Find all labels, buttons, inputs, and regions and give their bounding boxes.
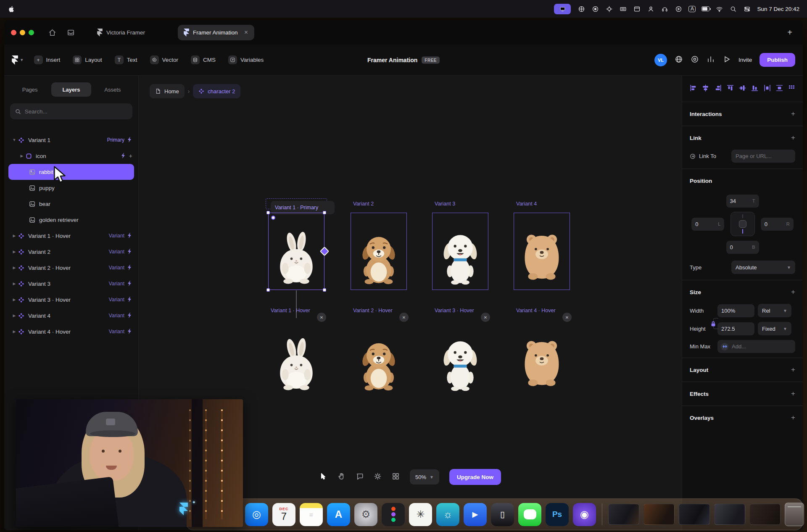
menubar-clock[interactable]: Sun 7 Dec 20:42 — [757, 6, 799, 12]
publish-web-icon[interactable] — [675, 55, 683, 65]
layer-bear[interactable]: bear — [4, 196, 138, 212]
user-status-icon[interactable] — [647, 5, 655, 13]
screen-mirroring-active-icon[interactable] — [554, 4, 571, 14]
wifi-icon[interactable] — [715, 5, 723, 13]
height-unit-select[interactable]: Fixed▼ — [758, 322, 791, 335]
new-tab-button[interactable]: + — [783, 28, 796, 37]
position-anchor-widget[interactable] — [731, 212, 755, 236]
width-unit-select[interactable]: Rel▼ — [758, 304, 791, 317]
trash-icon[interactable] — [785, 503, 804, 526]
height-input[interactable] — [717, 322, 754, 335]
pan-tool[interactable] — [338, 472, 345, 482]
add-interaction-button[interactable]: + — [791, 110, 795, 118]
window-thumbnail[interactable] — [679, 504, 710, 525]
tab-assets[interactable]: Assets — [93, 82, 132, 97]
layer-variant-1[interactable]: ▼ Variant 1 Primary — [4, 132, 138, 148]
settings-status-icon[interactable] — [605, 5, 613, 13]
dock-calendar-icon[interactable]: DEC 7 — [272, 503, 295, 526]
user-avatar[interactable]: VL — [654, 54, 667, 66]
layer-variant-1-hover[interactable]: ▶ Variant 1 · Hover Variant — [4, 228, 138, 244]
anchor-handle[interactable] — [739, 220, 746, 228]
add-link-button[interactable]: + — [791, 134, 795, 142]
position-top-input[interactable]: T — [726, 195, 759, 208]
home-button[interactable] — [45, 25, 59, 40]
layer-rabbit[interactable]: rabbit — [8, 164, 134, 180]
variant-card-label[interactable]: Variant 3 — [435, 201, 455, 207]
window-thumbnail[interactable] — [714, 504, 745, 525]
detach-connector-icon[interactable]: ✕ — [562, 313, 572, 322]
breadcrumb-current[interactable]: character 2 — [193, 84, 240, 98]
disclosure-open-icon[interactable]: ▼ — [11, 138, 18, 142]
detach-connector-icon[interactable]: ✕ — [317, 313, 326, 322]
variant-card-4-hover[interactable]: ✕ — [514, 319, 570, 396]
align-bottom-icon[interactable] — [751, 84, 758, 93]
variant-card-label[interactable]: Variant 4 — [516, 201, 537, 207]
cms-button[interactable]: CMS — [191, 55, 216, 64]
position-type-select[interactable]: Absolute▼ — [731, 261, 795, 274]
variant-card-2[interactable] — [351, 213, 407, 290]
align-top-icon[interactable] — [727, 84, 734, 93]
variant-card-label[interactable]: Variant 3 · Hover — [435, 308, 474, 313]
disclosure-closed-icon[interactable]: ▶ — [11, 234, 18, 238]
insert-button[interactable]: +Insert — [34, 55, 61, 64]
resize-handle[interactable] — [266, 211, 270, 214]
layer-variant-2[interactable]: ▶ Variant 2 Variant — [4, 244, 138, 260]
layer-variant-4[interactable]: ▶ Variant 4 Variant — [4, 308, 138, 324]
spotlight-icon[interactable] — [729, 5, 737, 13]
keyboard-status-icon[interactable] — [619, 5, 627, 13]
disclosure-closed-icon[interactable]: ▶ — [11, 313, 18, 318]
dock-pulse-app-icon[interactable]: ◎ — [245, 503, 268, 526]
layer-variant-4-hover[interactable]: ▶ Variant 4 · Hover Variant — [4, 324, 138, 340]
search-input[interactable] — [25, 108, 127, 115]
layout-button[interactable]: Layout — [73, 55, 102, 64]
dock-navigation-icon[interactable]: ▶ — [464, 503, 487, 526]
dock-figma-icon[interactable] — [382, 503, 405, 526]
tab-victoria-framer[interactable]: Victoria Framer — [91, 25, 151, 40]
position-right-input[interactable]: R — [761, 218, 794, 231]
variant-card-3[interactable] — [432, 213, 488, 290]
grid-toggle[interactable] — [392, 472, 400, 482]
add-overlay-button[interactable]: + — [791, 413, 795, 422]
variant-card-label[interactable]: Variant 2 · Hover — [353, 308, 393, 313]
disclosure-closed-icon[interactable]: ▶ — [11, 266, 18, 270]
comment-tool[interactable] — [356, 472, 364, 482]
headphones-status-icon[interactable] — [661, 5, 669, 13]
dock-settings-icon[interactable]: ⚙ — [354, 503, 377, 526]
resize-handle[interactable] — [323, 211, 326, 214]
window-thumbnail[interactable] — [749, 504, 781, 525]
project-title[interactable]: Framer Animation — [367, 57, 417, 63]
layer-icon[interactable]: ▶ icon + — [4, 148, 138, 164]
dock-messages-icon[interactable] — [518, 503, 541, 526]
disclosure-closed-icon[interactable]: ▶ — [11, 250, 18, 254]
window-thumbnail[interactable] — [608, 504, 639, 525]
play-circle-status-icon[interactable] — [675, 5, 683, 13]
position-left-input[interactable]: L — [691, 218, 724, 231]
resize-handle[interactable] — [323, 288, 326, 292]
vector-button[interactable]: Vector — [150, 55, 178, 64]
tab-framer-animation[interactable]: Framer Animation ✕ — [178, 25, 254, 40]
window-status-icon[interactable] — [633, 5, 641, 13]
disclosure-closed-icon[interactable]: ▶ — [11, 282, 18, 286]
window-thumbnail[interactable] — [643, 504, 675, 525]
variables-button[interactable]: Variables — [228, 55, 264, 64]
theme-toggle[interactable] — [374, 472, 382, 482]
browser-status-icon[interactable] — [578, 5, 585, 13]
link-url-input[interactable]: Page or URL... — [731, 150, 795, 163]
preview-ring-icon[interactable] — [691, 55, 699, 65]
align-middle-vertical-icon[interactable] — [739, 84, 746, 93]
invite-button[interactable]: Invite — [738, 57, 752, 63]
close-tab-icon[interactable]: ✕ — [244, 29, 248, 35]
text-button[interactable]: TText — [115, 55, 137, 64]
record-status-icon[interactable] — [591, 5, 599, 13]
variant-card-1-hover[interactable]: ✕ — [268, 319, 324, 396]
detach-connector-icon[interactable]: ✕ — [481, 313, 490, 322]
layer-puppy[interactable]: puppy — [4, 180, 138, 196]
input-source-icon[interactable]: A — [688, 6, 696, 12]
breadcrumb-home[interactable]: Home — [150, 84, 185, 98]
disclosure-closed-icon[interactable]: ▶ — [11, 298, 18, 302]
minmax-add-button[interactable]: Add... — [717, 340, 795, 353]
variant-card-label[interactable]: Variant 4 · Hover — [516, 308, 556, 313]
layer-search[interactable] — [10, 103, 132, 119]
align-left-icon[interactable] — [690, 84, 697, 93]
add-effect-button[interactable]: + — [791, 390, 795, 398]
